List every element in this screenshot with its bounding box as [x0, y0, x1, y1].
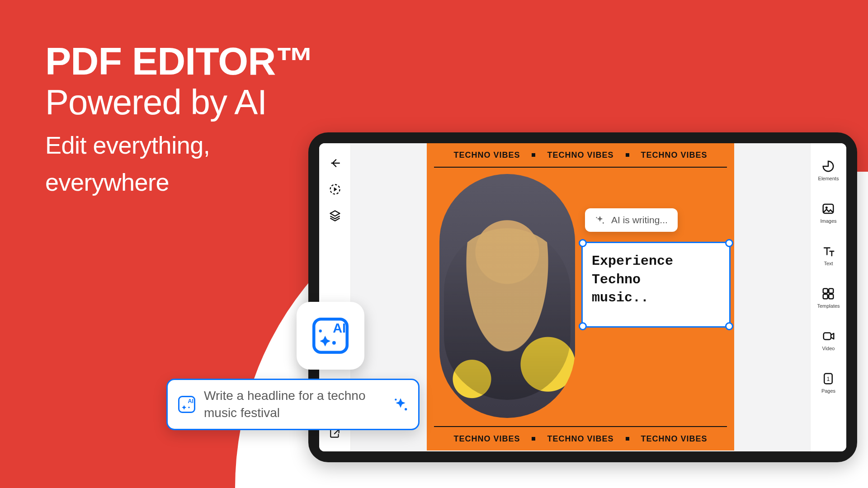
ai-sparkle-icon: AI: [178, 395, 196, 413]
marquee-item: TECHNO VIBES: [641, 434, 708, 444]
ai-prompt-chip[interactable]: AI Write a headline for a techno music f…: [166, 379, 420, 430]
resize-handle[interactable]: [725, 239, 733, 247]
hero-tagline-2: everywhere: [45, 168, 314, 196]
tool-images[interactable]: Images: [820, 202, 836, 224]
ai-badge-icon: AI: [311, 317, 349, 355]
svg-point-20: [596, 217, 597, 218]
right-toolbar: Elements Images Text Templates Video: [810, 143, 846, 451]
ai-status-bubble: AI is writing...: [585, 208, 678, 232]
divider: [434, 167, 727, 168]
pie-icon: [821, 160, 835, 173]
separator-icon: [532, 437, 535, 441]
poster-canvas[interactable]: TECHNO VIBES TECHNO VIBES TECHNO VIBES A…: [427, 143, 734, 450]
svg-text:AI: AI: [188, 398, 194, 404]
marquee-item: TECHNO VIBES: [453, 434, 520, 444]
tool-text[interactable]: Text: [822, 244, 835, 266]
separator-icon: [532, 153, 535, 157]
marquee-item: TECHNO VIBES: [641, 150, 708, 160]
svg-point-3: [319, 329, 322, 332]
svg-rect-15: [829, 294, 834, 299]
ai-prompt-text: Write a headline for a techno music fest…: [204, 387, 385, 422]
marquee-top: TECHNO VIBES TECHNO VIBES TECHNO VIBES: [427, 143, 734, 167]
tool-label: Elements: [818, 176, 839, 181]
svg-rect-14: [823, 294, 828, 299]
canvas-area[interactable]: TECHNO VIBES TECHNO VIBES TECHNO VIBES A…: [351, 143, 810, 451]
svg-text:AI: AI: [333, 321, 346, 335]
video-icon: [822, 329, 835, 343]
svg-rect-13: [829, 289, 834, 293]
svg-text:1: 1: [827, 376, 830, 382]
tool-elements[interactable]: Elements: [818, 160, 839, 181]
sparkle-icon: [393, 397, 408, 412]
sparkle-icon: [595, 215, 605, 225]
hero-block: PDF EDITOR™ Powered by AI Edit everythin…: [45, 41, 314, 196]
tool-label: Text: [824, 261, 833, 266]
svg-point-19: [603, 222, 604, 224]
arrow-left-icon: [329, 157, 341, 169]
back-button[interactable]: [329, 157, 341, 169]
svg-rect-12: [823, 289, 828, 293]
marquee-item: TECHNO VIBES: [547, 434, 613, 444]
separator-icon: [626, 153, 629, 157]
svg-point-11: [826, 206, 828, 209]
resize-handle[interactable]: [579, 239, 587, 247]
tool-templates[interactable]: Templates: [817, 287, 840, 309]
play-dashed-icon: [329, 183, 341, 196]
svg-point-8: [395, 399, 396, 400]
ai-badge-card: AI: [297, 302, 364, 370]
hero-title: PDF EDITOR™: [45, 41, 314, 81]
svg-point-6: [188, 407, 189, 408]
text-icon: [822, 244, 835, 258]
poster-photo[interactable]: [439, 174, 575, 418]
tool-label: Templates: [817, 303, 840, 309]
image-icon: [821, 202, 835, 216]
separator-icon: [626, 437, 629, 441]
svg-rect-16: [823, 333, 830, 340]
tool-video[interactable]: Video: [822, 329, 835, 351]
hero-subtitle: Powered by AI: [45, 83, 314, 122]
marquee-bottom: TECHNO VIBES TECHNO VIBES TECHNO VIBES: [427, 427, 734, 450]
layers-icon: [329, 209, 341, 222]
tool-label: Video: [822, 346, 835, 351]
ai-status-text: AI is writing...: [611, 215, 668, 225]
tool-pages[interactable]: 1 Pages: [821, 372, 835, 394]
grid-icon: [821, 287, 835, 300]
marquee-item: TECHNO VIBES: [453, 150, 520, 160]
resize-handle[interactable]: [579, 322, 587, 330]
marquee-item: TECHNO VIBES: [547, 150, 613, 160]
svg-point-7: [405, 408, 407, 410]
selected-text-box[interactable]: Experience Techno music..: [581, 242, 731, 328]
tool-label: Images: [820, 218, 836, 224]
generated-text[interactable]: Experience Techno music..: [583, 243, 729, 316]
hero-tagline-1: Edit everything,: [45, 131, 314, 159]
resize-handle[interactable]: [725, 322, 733, 330]
page-icon: 1: [821, 372, 835, 385]
svg-point-2: [332, 341, 336, 345]
play-animation-button[interactable]: [329, 183, 341, 196]
tool-label: Pages: [821, 388, 835, 394]
layers-button[interactable]: [329, 209, 341, 222]
